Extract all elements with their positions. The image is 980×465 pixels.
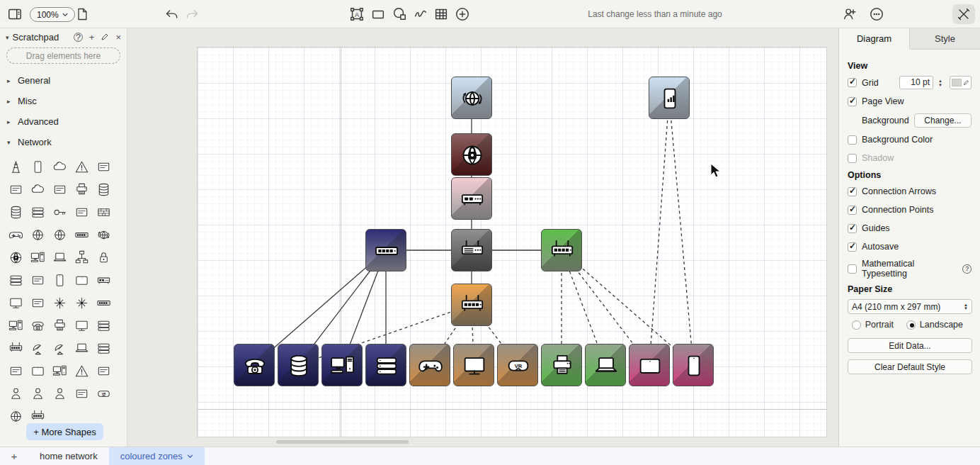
page-view-checkbox[interactable] (848, 97, 857, 106)
networked-pcs-shape-icon[interactable] (27, 246, 49, 269)
node-telephone[interactable] (234, 344, 275, 386)
globe-stand-shape-icon[interactable] (27, 223, 49, 246)
zoom-dropdown[interactable]: 100% (30, 7, 75, 22)
scratchpad-close-icon[interactable]: × (115, 33, 121, 42)
horizontal-scrollbar[interactable] (276, 440, 409, 444)
help-icon[interactable]: ? (962, 264, 972, 274)
satellite-shape-icon[interactable] (49, 337, 71, 359)
node-switch[interactable] (365, 229, 406, 271)
freehand-tool-icon[interactable] (412, 6, 429, 23)
desktop-pc-shape-icon[interactable] (5, 314, 27, 337)
tape-storage-shape-icon[interactable] (5, 269, 27, 291)
node-vr[interactable]: VR (497, 344, 538, 386)
security-camera-shape-icon[interactable] (5, 178, 27, 201)
sidebar-section-misc[interactable]: ▸Misc (0, 91, 127, 111)
secure-globe-shape-icon[interactable] (5, 246, 27, 269)
node-desktop[interactable] (321, 344, 363, 386)
portrait-radio[interactable] (852, 320, 861, 330)
tree-view-shape-icon[interactable] (71, 246, 93, 269)
connection-points-checkbox[interactable] (848, 206, 857, 215)
node-printer[interactable] (541, 344, 582, 386)
database-shape-icon[interactable] (93, 178, 115, 201)
radio-tower-shape-icon[interactable] (5, 155, 27, 178)
projector-shape-icon[interactable] (71, 382, 93, 405)
node-router-orange[interactable] (451, 284, 492, 326)
paper-size-select[interactable]: A4 (210 mm x 297 mm) ▲▼ (848, 299, 972, 314)
node-smartphone[interactable] (673, 344, 714, 386)
shadow-checkbox[interactable] (848, 154, 857, 163)
background-change-button[interactable]: Change... (914, 113, 972, 128)
sidebar-section-advanced[interactable]: ▸Advanced (0, 111, 127, 132)
diagram-canvas[interactable]: VR (127, 28, 838, 447)
patch-panel-shape-icon[interactable] (93, 291, 115, 314)
hub-shape-icon[interactable] (49, 291, 71, 314)
node-internet[interactable] (451, 77, 492, 119)
node-laptop[interactable] (585, 344, 626, 386)
landscape-radio[interactable] (906, 320, 916, 330)
projector-screen-shape-icon[interactable] (71, 314, 93, 337)
edit-data-button[interactable]: Edit Data... (848, 338, 972, 353)
globe-sync-shape-icon[interactable] (93, 223, 115, 246)
table-tool-icon[interactable] (433, 6, 450, 23)
share-icon[interactable] (841, 6, 858, 23)
laptop-side-shape-icon[interactable] (71, 337, 93, 359)
rack-unit-shape-icon[interactable] (27, 201, 49, 223)
scratchpad-dropzone[interactable]: Drag elements here (6, 47, 120, 64)
page-tab-coloured-zones[interactable]: coloured zones (109, 447, 205, 465)
globe-tree-shape-icon[interactable] (5, 405, 27, 427)
mathematical-typesetting-checkbox[interactable] (848, 264, 857, 274)
copier-shape-icon[interactable] (71, 178, 93, 201)
node-tablet[interactable] (629, 344, 670, 386)
grid-size-input[interactable]: 10 pt (899, 76, 933, 89)
node-secure-gateway[interactable] (451, 133, 492, 176)
users-group-shape-icon[interactable] (49, 382, 71, 405)
server-unit-shape-icon[interactable] (27, 291, 49, 314)
redo-icon[interactable] (183, 6, 200, 23)
printer-shape-icon[interactable] (49, 314, 71, 337)
server-rack-shape-icon[interactable] (93, 314, 115, 337)
tab-diagram[interactable]: Diagram (839, 28, 910, 50)
tablet-shape-icon[interactable] (71, 269, 93, 291)
connection-arrows-checkbox[interactable] (848, 187, 857, 196)
add-page-button[interactable]: + (0, 447, 28, 465)
text-tool-icon[interactable]: A (348, 6, 365, 23)
firewall-shape-icon[interactable] (93, 201, 115, 223)
globe-shape-icon[interactable] (49, 223, 71, 246)
ellipse-tool-icon[interactable] (391, 6, 408, 23)
tab-style[interactable]: Style (910, 28, 980, 50)
node-router-main[interactable] (451, 229, 492, 271)
user-female-shape-icon[interactable] (5, 382, 27, 405)
user-male-shape-icon[interactable] (27, 382, 49, 405)
satellite-dish-shape-icon[interactable] (27, 337, 49, 359)
guides-checkbox[interactable] (848, 224, 857, 233)
social-badge-shape-icon[interactable] (5, 359, 27, 382)
page-format-icon[interactable] (74, 6, 91, 23)
autosave-checkbox[interactable] (848, 242, 857, 252)
sidebar-section-general[interactable]: ▸General (0, 70, 127, 91)
switch-shape-icon[interactable] (71, 223, 93, 246)
office-towers-shape-icon[interactable] (49, 178, 71, 201)
node-tv[interactable] (453, 344, 494, 386)
gamepad-shape-icon[interactable] (5, 223, 27, 246)
edge-cell-phone-tablet[interactable] (649, 98, 669, 365)
scratchpad-help-icon[interactable]: ? (74, 33, 83, 42)
monitor-shape-icon[interactable] (5, 291, 27, 314)
sketch-theme-toggle[interactable] (952, 4, 975, 24)
database-stack-shape-icon[interactable] (5, 201, 27, 223)
node-modem[interactable] (451, 177, 492, 220)
laptop-shape-icon[interactable] (49, 246, 71, 269)
lock-shape-icon[interactable] (93, 246, 115, 269)
node-database[interactable] (278, 344, 319, 386)
more-shapes-button[interactable]: + More Shapes (26, 423, 103, 440)
cloud-shape-icon[interactable] (27, 178, 49, 201)
server-tower-shape-icon[interactable] (93, 359, 115, 382)
node-router-green[interactable] (541, 229, 582, 271)
grid-color-button[interactable] (950, 76, 972, 89)
network-node-shape-icon[interactable] (71, 291, 93, 314)
smartphone-shape-icon[interactable] (49, 269, 71, 291)
page-tab-home-network[interactable]: home network (28, 447, 109, 465)
edge-cell-phone-smartphone[interactable] (669, 98, 693, 365)
scratchpad-header[interactable]: ▾ Scratchpad ? + × (0, 28, 127, 44)
grid-checkbox[interactable] (848, 78, 857, 87)
more-options-icon[interactable] (868, 6, 885, 23)
